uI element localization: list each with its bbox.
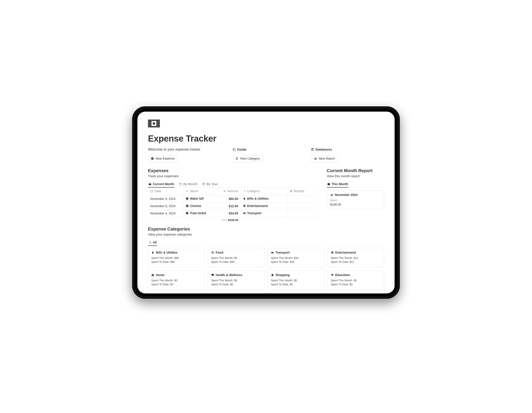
cell-category-link[interactable]: Bills & Utilities [243, 197, 269, 201]
table-row[interactable]: November 4, 2024 Train ticket $34.00 Tra… [148, 210, 318, 217]
sum-value: $106.00 [228, 218, 238, 222]
svg-point-6 [237, 159, 238, 160]
category-card[interactable]: Education Spent This Month: $0 Spent To … [327, 270, 384, 290]
calendar-month-icon [179, 182, 182, 186]
tab-by-month-label: By Month [183, 182, 197, 186]
tab-by-year[interactable]: By Year [202, 181, 218, 188]
category-name: Transport [276, 251, 290, 254]
col-receipt: Receipt [294, 189, 304, 193]
expenses-table: Date Name Amount Category Receipt Novemb… [148, 188, 318, 217]
tab-all-categories[interactable]: All [148, 239, 157, 246]
cell-receipt [287, 210, 318, 217]
col-category: Category [247, 189, 260, 193]
category-icon [235, 157, 238, 160]
calendar-year-icon [202, 182, 205, 186]
report-panel: Current Month Report View this month rep… [327, 168, 384, 222]
category-name: Education [335, 273, 350, 277]
col-date: Date [155, 189, 161, 193]
cell-name-link[interactable]: Cinema [186, 204, 201, 208]
category-std: Spent To Date: $12 [331, 260, 381, 263]
category-stm: Spent This Month: $34 [271, 256, 321, 260]
list-icon [148, 241, 152, 244]
report-heading: Current Month Report [327, 168, 384, 173]
tab-current-month[interactable]: Current Month [148, 181, 174, 188]
category-card[interactable]: Transport Spent This Month: $34 Spent To… [267, 248, 324, 267]
col-amount: Amount [228, 189, 238, 193]
cell-name: Cinema [190, 204, 201, 208]
svg-rect-21 [331, 194, 332, 196]
new-expense-button[interactable]: New Expense [148, 155, 178, 162]
new-expense-label: New Expense [156, 157, 175, 160]
expenses-heading: Expenses [148, 168, 318, 173]
category-card[interactable]: Home Spent This Month: $0 Spent To Date:… [148, 270, 205, 290]
new-report-button[interactable]: New Report [311, 155, 338, 162]
new-category-button[interactable]: New Category [233, 155, 263, 162]
category-name: Entertainment [335, 251, 356, 254]
category-stm: Spent This Month: $0 [211, 256, 261, 260]
category-name: Home [156, 273, 164, 277]
categories-sub: View your expense categories [148, 233, 384, 236]
category-card[interactable]: Bills & Utilities Spent This Month: $60 … [148, 248, 205, 267]
svg-rect-20 [331, 195, 331, 196]
category-std: Spent To Date: $0 [151, 283, 201, 286]
cell-category-link[interactable]: Entertainment [243, 204, 268, 208]
tab-this-month[interactable]: This Month [327, 181, 349, 188]
guide-link-label: Guide [237, 148, 247, 151]
food-icon [211, 251, 214, 254]
tab-all-label: All [153, 241, 157, 244]
table-row[interactable]: November 6, 2024 Cinema $12.00 Entertain… [148, 203, 318, 210]
cell-category-link[interactable]: Transport [243, 211, 262, 215]
cell-category: Bills & Utilities [247, 197, 269, 200]
tab-this-month-label: This Month [332, 182, 348, 186]
category-card[interactable]: Shopping Spent This Month: $0 Spent To D… [267, 270, 324, 290]
tab-current-month-label: Current Month [153, 182, 174, 186]
cell-receipt [287, 195, 318, 203]
category-name: Health & Wellness [216, 273, 242, 277]
category-card[interactable]: Health & Wellness Spent This Month: $0 S… [208, 270, 265, 290]
category-stm: Spent This Month: $0 [211, 279, 261, 282]
expenses-tabs: Current Month By Month By Year [148, 181, 318, 188]
cell-name-link[interactable]: Water bill [186, 197, 204, 201]
databases-link[interactable]: Databases [311, 148, 332, 152]
database-icon [311, 148, 314, 151]
svg-rect-19 [328, 183, 330, 185]
cell-name: Train ticket [190, 211, 206, 215]
category-card[interactable]: Entertainment Spent This Month: $12 Spen… [327, 248, 384, 267]
table-row[interactable]: November 9, 2024 Water bill $60.00 Bills… [148, 195, 318, 203]
cell-amount: $60.00 [218, 195, 240, 203]
drop-icon [151, 251, 154, 254]
bar-chart-icon [330, 193, 333, 196]
report-card[interactable]: November 2024 Spent $106.00 [327, 190, 384, 209]
category-std: Spent To Date: $80 [151, 260, 201, 263]
svg-rect-9 [316, 157, 316, 160]
upload-icon [186, 204, 189, 207]
app-logo [148, 120, 160, 127]
cell-date: November 9, 2024 [148, 195, 183, 203]
category-std: Spent To Date: $34 [271, 260, 321, 263]
guide-link[interactable]: Guide [233, 148, 247, 152]
svg-rect-4 [237, 157, 238, 158]
report-spent-value: $106.00 [330, 203, 381, 206]
svg-rect-17 [243, 205, 245, 207]
category-std: Spent To Date: $0 [211, 283, 261, 286]
category-card[interactable]: Food Spent This Month: $0 Spent To Date:… [208, 248, 265, 267]
calendar-small-icon [150, 189, 153, 193]
drop-icon [243, 197, 246, 200]
cell-category: Transport [247, 211, 262, 215]
car-icon [271, 251, 274, 254]
cell-amount: $34.00 [218, 210, 240, 217]
new-report-label: New Report [319, 157, 335, 160]
report-card-name: November 2024 [335, 193, 358, 197]
tab-by-month[interactable]: By Month [178, 181, 198, 188]
cell-name-link[interactable]: Train ticket [186, 211, 206, 215]
svg-rect-5 [236, 159, 237, 160]
home-icon [151, 273, 154, 276]
cell-receipt [287, 203, 318, 210]
svg-rect-8 [315, 158, 315, 160]
category-name: Bills & Utilities [156, 251, 178, 254]
calendar-filled-icon [327, 182, 330, 186]
category-std: Spent To Date: $0 [271, 283, 321, 286]
upload-icon [151, 157, 154, 160]
report-sub: View this month report [327, 174, 384, 178]
calendar-icon [148, 182, 152, 186]
